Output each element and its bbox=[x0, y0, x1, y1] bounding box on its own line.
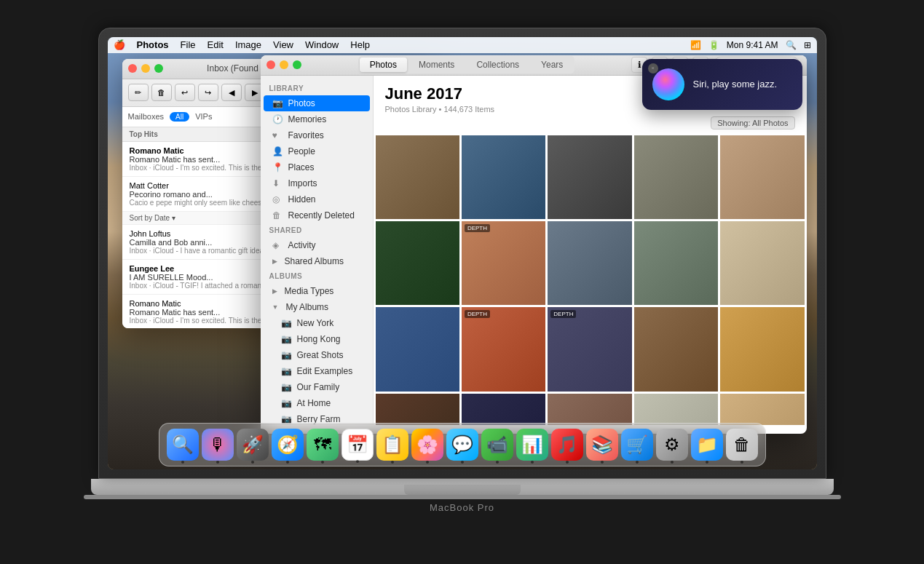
photo-cell[interactable] bbox=[376, 221, 459, 305]
album-icon: 📷 bbox=[281, 350, 293, 360]
sidebar-item-at-home[interactable]: 📷 At Home bbox=[264, 395, 370, 411]
macbook-notch bbox=[404, 485, 521, 495]
dock-trash[interactable]: 🗑 bbox=[726, 429, 758, 461]
sidebar-item-new-york[interactable]: 📷 New York bbox=[264, 315, 370, 331]
sidebar-item-imports[interactable]: ⬇ Imports bbox=[264, 175, 370, 191]
dock-siri[interactable]: 🎙 bbox=[202, 429, 234, 461]
search-icon[interactable]: 🔍 bbox=[786, 40, 797, 50]
photo-cell[interactable]: DEPTH bbox=[462, 221, 545, 305]
mail-reply-btn[interactable]: ↩ bbox=[175, 84, 195, 101]
photo-cell[interactable] bbox=[720, 221, 804, 305]
siri-close-button[interactable]: × bbox=[648, 63, 658, 74]
photos-window: Photos Moments Collections Years ℹ ↑ ♥ ↺ bbox=[261, 55, 807, 434]
photo-cell[interactable] bbox=[634, 307, 718, 391]
edit-menu[interactable]: Edit bbox=[208, 39, 224, 50]
sidebar-item-recently-deleted[interactable]: 🗑 Recently Deleted bbox=[264, 207, 370, 223]
dock-launchpad[interactable]: 🚀 bbox=[237, 429, 269, 461]
tab-years[interactable]: Years bbox=[531, 57, 573, 72]
help-menu[interactable]: Help bbox=[350, 39, 370, 50]
mail-delete-btn[interactable]: 🗑 bbox=[151, 84, 172, 101]
sidebar-item-shared-albums[interactable]: ▶ Shared Albums bbox=[264, 253, 370, 269]
favorites-icon: ♥ bbox=[272, 130, 284, 140]
photo-cell[interactable] bbox=[720, 135, 804, 219]
dock-appstore[interactable]: 🛒 bbox=[621, 429, 653, 461]
dock-calendar[interactable]: 📅 bbox=[341, 429, 374, 461]
dock-facetime[interactable]: 📹 bbox=[481, 429, 513, 461]
photos-close-button[interactable] bbox=[266, 60, 275, 69]
app-name[interactable]: Photos bbox=[137, 39, 169, 50]
photo-cell[interactable] bbox=[720, 307, 804, 391]
mail-compose-btn[interactable]: ✏ bbox=[128, 84, 149, 101]
macbook: 🍎 Photos File Edit Image View Window Hel… bbox=[62, 28, 863, 537]
macbook-label: MacBook Pro bbox=[430, 502, 494, 513]
my-albums-disclosure: ▼ bbox=[272, 303, 279, 311]
dock-finder[interactable]: 🔍 bbox=[167, 429, 199, 461]
sidebar-item-places[interactable]: 📍 Places bbox=[264, 159, 370, 175]
sidebar-item-media-types[interactable]: ▶ Media Types bbox=[264, 283, 370, 299]
photo-cell[interactable]: ♥ bbox=[376, 394, 459, 425]
tab-collections[interactable]: Collections bbox=[466, 57, 529, 72]
people-icon: 👤 bbox=[272, 146, 284, 156]
dock-numbers[interactable]: 📊 bbox=[516, 429, 548, 461]
media-types-disclosure: ▶ bbox=[272, 287, 277, 295]
photo-cell[interactable] bbox=[376, 307, 459, 391]
file-menu[interactable]: File bbox=[181, 39, 196, 50]
dock-maps[interactable]: 🗺 bbox=[307, 429, 339, 461]
photo-cell[interactable] bbox=[720, 394, 804, 425]
shared-header: Shared bbox=[261, 223, 373, 237]
activity-icon: ◈ bbox=[272, 240, 284, 250]
dock-notes[interactable]: 📋 bbox=[376, 429, 408, 461]
photo-grid: DEPTH DEPTH bbox=[374, 135, 807, 425]
maximize-button[interactable] bbox=[154, 64, 163, 73]
dock-systemprefs[interactable]: ⚙ bbox=[656, 429, 688, 461]
image-menu[interactable]: Image bbox=[235, 39, 261, 50]
view-menu[interactable]: View bbox=[273, 39, 293, 50]
photo-cell[interactable] bbox=[462, 394, 545, 425]
sidebar-item-hidden[interactable]: ◎ Hidden bbox=[264, 191, 370, 207]
photo-cell[interactable] bbox=[462, 135, 545, 219]
macbook-base bbox=[91, 479, 834, 495]
dock-music[interactable]: 🎵 bbox=[551, 429, 583, 461]
tab-photos[interactable]: Photos bbox=[360, 57, 407, 72]
photos-sidebar: Library 📷 Photos 🕐 Memories bbox=[261, 76, 374, 425]
minimize-button[interactable] bbox=[141, 64, 150, 73]
photo-cell[interactable]: ♥ bbox=[548, 394, 631, 425]
dock-safari[interactable]: 🧭 bbox=[272, 429, 304, 461]
sidebar-item-photos[interactable]: 📷 Photos bbox=[264, 95, 370, 111]
photo-cell[interactable] bbox=[548, 135, 631, 219]
dock-messages[interactable]: 💬 bbox=[446, 429, 478, 461]
sidebar-item-activity[interactable]: ◈ Activity bbox=[264, 237, 370, 253]
sidebar-item-memories[interactable]: 🕐 Memories bbox=[264, 111, 370, 127]
window-menu[interactable]: Window bbox=[305, 39, 339, 50]
sidebar-item-my-albums[interactable]: ▼ My Albums bbox=[264, 299, 370, 315]
grid-icon[interactable]: ⊞ bbox=[804, 40, 811, 50]
apple-menu[interactable]: 🍎 bbox=[114, 39, 125, 50]
dock-books[interactable]: 📚 bbox=[586, 429, 618, 461]
photo-cell[interactable] bbox=[376, 135, 459, 219]
mail-forward-btn[interactable]: ↪ bbox=[198, 84, 218, 101]
photos-minimize-button[interactable] bbox=[280, 60, 288, 69]
tab-moments[interactable]: Moments bbox=[408, 57, 465, 72]
sidebar-item-favorites[interactable]: ♥ Favorites bbox=[264, 127, 370, 143]
sidebar-item-people[interactable]: 👤 People bbox=[264, 143, 370, 159]
photo-cell[interactable] bbox=[548, 221, 631, 305]
photo-cell[interactable]: DEPTH bbox=[462, 307, 545, 391]
showing-dropdown[interactable]: Showing: All Photos bbox=[711, 116, 794, 130]
album-icon: 📷 bbox=[281, 382, 293, 392]
macbook-lid: 🍎 Photos File Edit Image View Window Hel… bbox=[98, 28, 826, 479]
photo-cell[interactable] bbox=[634, 221, 718, 305]
sidebar-item-great-shots[interactable]: 📷 Great Shots bbox=[264, 347, 370, 363]
photos-maximize-button[interactable] bbox=[293, 60, 301, 69]
sidebar-item-our-family[interactable]: 📷 Our Family bbox=[264, 379, 370, 395]
close-button[interactable] bbox=[128, 64, 137, 73]
photo-cell[interactable] bbox=[634, 394, 718, 425]
dock-photos[interactable]: 🌸 bbox=[411, 429, 443, 461]
sidebar-item-hong-kong[interactable]: 📷 Hong Kong bbox=[264, 331, 370, 347]
photo-cell[interactable] bbox=[634, 135, 718, 219]
dock-finder-folder[interactable]: 📁 bbox=[691, 429, 723, 461]
memories-icon: 🕐 bbox=[272, 114, 284, 124]
mail-back-btn[interactable]: ◀ bbox=[221, 84, 242, 101]
sidebar-item-edit-examples[interactable]: 📷 Edit Examples bbox=[264, 363, 370, 379]
photo-cell[interactable]: DEPTH bbox=[548, 307, 631, 391]
places-icon: 📍 bbox=[272, 162, 284, 172]
